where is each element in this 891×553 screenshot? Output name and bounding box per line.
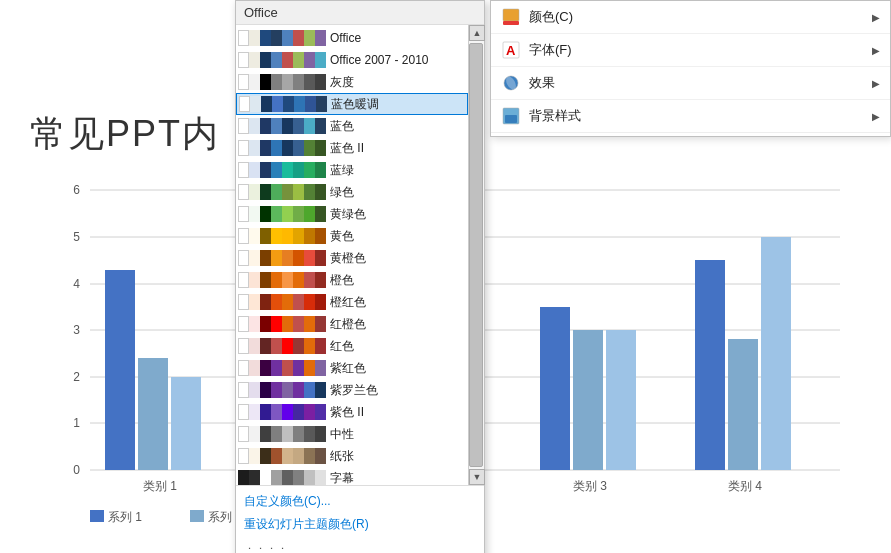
right-panel-item-font[interactable]: A 字体(F) ▶ (491, 34, 890, 67)
scroll-down-button[interactable]: ▼ (469, 469, 485, 485)
swatch (271, 316, 282, 332)
theme-scrollbar[interactable]: ▲ ▼ (468, 25, 484, 485)
swatch (238, 448, 249, 464)
swatch (282, 404, 293, 420)
bar-cat3-s1 (540, 307, 570, 470)
theme-item-office2007[interactable]: Office 2007 - 2010 (236, 49, 468, 71)
scrollbar-thumb[interactable] (469, 43, 483, 467)
swatch (304, 338, 315, 354)
swatch (260, 404, 271, 420)
theme-item-blue-warm[interactable]: 蓝色暖调 (236, 93, 468, 115)
theme-panel[interactable]: Office Office (235, 0, 485, 553)
theme-item-paper[interactable]: 纸张 (236, 445, 468, 467)
swatch (293, 470, 304, 485)
theme-item-neutral[interactable]: 中性 (236, 423, 468, 445)
green-swatches (238, 184, 326, 200)
swatch (249, 360, 260, 376)
swatch (293, 206, 304, 222)
swatch (238, 52, 249, 68)
right-panel-item-effect[interactable]: 效果 ▶ (491, 67, 890, 100)
reset-theme-color-button[interactable]: 重设幻灯片主题颜色(R) (244, 513, 476, 536)
theme-item-office[interactable]: Office (236, 27, 468, 49)
theme-item-yellow-orange[interactable]: 黄橙色 (236, 247, 468, 269)
right-panel-item-background[interactable]: 背景样式 ▶ (491, 100, 890, 132)
theme-item-purple-red[interactable]: 紫红色 (236, 357, 468, 379)
theme-item-purpleII[interactable]: 紫色 II (236, 401, 468, 423)
font-icon-svg: A (502, 41, 520, 59)
theme-panel-title: Office (244, 5, 278, 20)
svg-rect-15 (503, 21, 519, 25)
svg-text:6: 6 (73, 183, 80, 197)
swatch (293, 52, 304, 68)
theme-label: 纸张 (330, 448, 354, 465)
swatch (249, 118, 260, 134)
swatch (293, 162, 304, 178)
swatch (315, 272, 326, 288)
slide-title: 常见PPT内 (30, 110, 220, 159)
swatch (304, 294, 315, 310)
swatch (315, 118, 326, 134)
theme-item-orange-red[interactable]: 橙红色 (236, 291, 468, 313)
svg-rect-21 (505, 115, 517, 123)
swatch (282, 360, 293, 376)
theme-label: 蓝色 (330, 118, 354, 135)
swatch (271, 228, 282, 244)
swatch (282, 206, 293, 222)
theme-label: 紫罗兰色 (330, 382, 378, 399)
theme-item-blueII[interactable]: 蓝色 II (236, 137, 468, 159)
theme-item-blue-green[interactable]: 蓝绿 (236, 159, 468, 181)
yellow-swatches (238, 228, 326, 244)
swatch (315, 382, 326, 398)
custom-color-button[interactable]: 自定义颜色(C)... (244, 490, 476, 513)
color-icon-svg (502, 8, 520, 26)
color-icon (501, 7, 521, 27)
svg-text:3: 3 (73, 323, 80, 337)
theme-label: 紫色 II (330, 404, 364, 421)
svg-text:A: A (506, 43, 516, 58)
theme-label: 红橙色 (330, 316, 366, 333)
theme-item-red-orange[interactable]: 红橙色 (236, 313, 468, 335)
font-arrow: ▶ (872, 45, 880, 56)
right-panel-item-color[interactable]: 颜色(C) ▶ (491, 1, 890, 34)
swatch (282, 470, 293, 485)
theme-item-red[interactable]: 红色 (236, 335, 468, 357)
swatch (282, 52, 293, 68)
swatch (271, 184, 282, 200)
redorange-swatches (238, 316, 326, 332)
subtitle-swatches (238, 470, 326, 485)
swatch (249, 426, 260, 442)
theme-item-green[interactable]: 绿色 (236, 181, 468, 203)
swatch (304, 228, 315, 244)
swatch (315, 140, 326, 156)
color-label: 颜色(C) (529, 8, 872, 26)
bluegreen-swatches (238, 162, 326, 178)
swatch (271, 426, 282, 442)
swatch (249, 294, 260, 310)
theme-label: 紫红色 (330, 360, 366, 377)
paper-swatches (238, 448, 326, 464)
swatch (304, 360, 315, 376)
swatch (304, 118, 315, 134)
theme-label: 黄橙色 (330, 250, 366, 267)
swatch (249, 184, 260, 200)
swatch (282, 118, 293, 134)
theme-item-yellow-green[interactable]: 黄绿色 (236, 203, 468, 225)
bar-cat4-s2 (728, 339, 758, 470)
theme-item-subtitle[interactable]: 字幕 (236, 467, 468, 485)
theme-item-gray[interactable]: 灰度 (236, 71, 468, 93)
swatch (315, 30, 326, 46)
theme-item-blue[interactable]: 蓝色 (236, 115, 468, 137)
swatch (249, 316, 260, 332)
swatch (271, 448, 282, 464)
yelloworange-swatches (238, 250, 326, 266)
swatch (293, 30, 304, 46)
scrollbar-track[interactable] (469, 41, 483, 469)
scroll-up-button[interactable]: ▲ (469, 25, 485, 41)
theme-item-yellow[interactable]: 黄色 (236, 225, 468, 247)
theme-item-orange[interactable]: 橙色 (236, 269, 468, 291)
svg-text:1: 1 (73, 416, 80, 430)
swatch (239, 96, 250, 112)
theme-item-violet[interactable]: 紫罗兰色 (236, 379, 468, 401)
font-icon: A (501, 40, 521, 60)
swatch (260, 140, 271, 156)
